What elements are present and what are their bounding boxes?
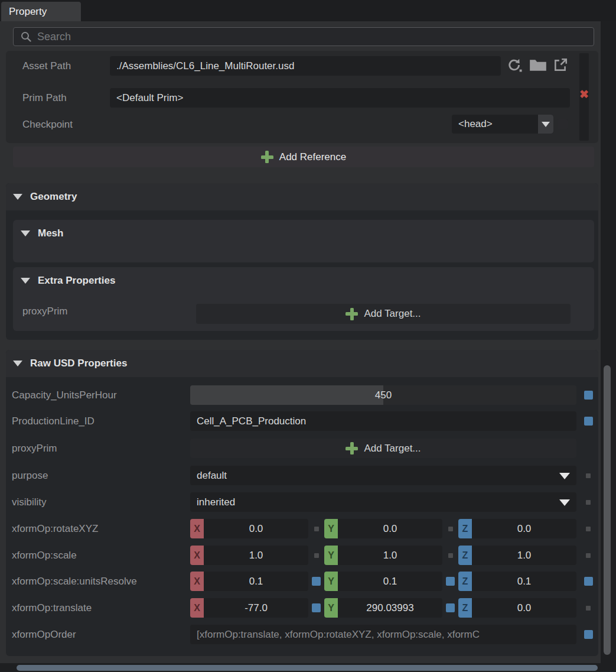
value-state-indicator xyxy=(448,527,453,531)
value-state-indicator[interactable] xyxy=(584,577,593,586)
rotate-xyz-fields: X 0.0 Y 0.0 Z 0.0 xyxy=(190,519,576,538)
vertical-scrollbar-handle[interactable] xyxy=(604,365,611,655)
open-file-icon[interactable] xyxy=(553,57,568,73)
asset-path-label: Asset Path xyxy=(22,56,71,76)
extra-properties-title: Extra Properties xyxy=(38,275,115,287)
prim-path-label: Prim Path xyxy=(22,88,67,108)
value-state-indicator[interactable] xyxy=(584,417,593,426)
value-state-indicator[interactable] xyxy=(446,577,455,586)
scale-x-field[interactable]: 1.0 xyxy=(204,546,308,565)
rotate-z-field[interactable]: 0.0 xyxy=(472,519,576,538)
collapse-triangle-icon[interactable] xyxy=(21,278,30,284)
geometry-section: Geometry Mesh Extra Properties proxyPrim… xyxy=(6,183,598,340)
units-resolve-x-field[interactable]: 0.1 xyxy=(204,572,308,591)
folder-icon[interactable] xyxy=(529,59,547,72)
purpose-dropdown[interactable]: default xyxy=(190,466,576,485)
property-row-visibility: visibility inherited xyxy=(12,492,592,512)
horizontal-scrollbar-track[interactable] xyxy=(0,663,616,672)
value-state-indicator[interactable] xyxy=(312,603,321,612)
tab-property[interactable]: Property xyxy=(1,2,81,21)
axis-x-badge: X xyxy=(190,598,204,618)
value-state-indicator xyxy=(448,553,453,558)
value-state-indicator[interactable] xyxy=(584,630,593,639)
value-state-indicator xyxy=(586,527,591,531)
geometry-title: Geometry xyxy=(30,191,77,203)
purpose-label: purpose xyxy=(12,466,48,485)
axis-y-badge: Y xyxy=(324,546,338,565)
xformoporder-field[interactable]: [xformOp:translate, xformOp:rotateXYZ, x… xyxy=(190,625,576,644)
capacity-label: Capacity_UnitsPerHour xyxy=(12,385,117,405)
units-resolve-xyz-fields: X 0.1 Y 0.1 Z 0.1 xyxy=(190,572,576,591)
chevron-down-icon[interactable] xyxy=(559,473,570,479)
extra-properties-header[interactable]: Extra Properties xyxy=(13,267,594,287)
chevron-down-icon[interactable] xyxy=(538,115,553,134)
units-resolve-z-field[interactable]: 0.1 xyxy=(472,572,576,591)
reference-panel: Asset Path ./Assemblies/CL6_Line_MultiRo… xyxy=(6,51,598,143)
vertical-scrollbar-track[interactable] xyxy=(601,21,616,663)
collapse-triangle-icon[interactable] xyxy=(13,194,22,200)
scale-xyz-fields: X 1.0 Y 1.0 Z 1.0 xyxy=(190,546,576,565)
axis-y-badge: Y xyxy=(324,519,338,538)
rotate-y-field[interactable]: 0.0 xyxy=(338,519,442,538)
translate-y-field[interactable]: 290.03993 xyxy=(338,598,442,618)
prim-path-value: <Default Prim> xyxy=(116,92,183,104)
rotate-x-field[interactable]: 0.0 xyxy=(204,519,308,538)
visibility-dropdown[interactable]: inherited xyxy=(190,492,576,512)
axis-z-badge: Z xyxy=(458,519,472,538)
add-target-label: Add Target... xyxy=(364,443,421,455)
add-target-button[interactable]: Add Target... xyxy=(190,439,576,458)
property-row-rotate: xformOp:rotateXYZ X 0.0 Y 0.0 Z 0.0 xyxy=(12,519,592,538)
mesh-header[interactable]: Mesh xyxy=(13,220,594,239)
search-input[interactable] xyxy=(37,31,586,43)
checkpoint-value: <head> xyxy=(458,118,493,130)
prim-path-field[interactable]: <Default Prim> xyxy=(110,88,570,108)
axis-x-badge: X xyxy=(190,519,204,538)
mesh-subsection: Mesh xyxy=(13,220,594,262)
checkpoint-dropdown[interactable]: <head> xyxy=(452,115,553,134)
property-row-capacity: Capacity_UnitsPerHour 450 xyxy=(12,385,592,405)
production-line-value: Cell_A_PCB_Production xyxy=(197,415,306,427)
add-target-button[interactable]: Add Target... xyxy=(196,304,571,324)
collapse-triangle-icon[interactable] xyxy=(13,361,22,366)
property-row-scale: xformOp:scale X 1.0 Y 1.0 Z 1.0 xyxy=(12,546,592,565)
chevron-down-icon[interactable] xyxy=(559,499,570,506)
translate-label: xformOp:translate xyxy=(12,598,92,618)
checkpoint-label: Checkpoint xyxy=(22,115,73,134)
translate-x-field[interactable]: -77.0 xyxy=(204,598,308,618)
units-resolve-y-field[interactable]: 0.1 xyxy=(338,572,442,591)
asset-path-field[interactable]: ./Assemblies/CL6_Line_MultiRouter.usd xyxy=(110,56,501,76)
raw-usd-section: Raw USD Properties Capacity_UnitsPerHour… xyxy=(6,350,598,656)
tab-property-label: Property xyxy=(9,6,47,18)
property-window: Property Asset Path ./Assemblies/CL6_Lin… xyxy=(0,0,616,672)
raw-usd-header[interactable]: Raw USD Properties xyxy=(6,350,598,377)
refresh-icon[interactable] xyxy=(507,57,522,73)
rotate-label: xformOp:rotateXYZ xyxy=(12,519,98,538)
scale-z-field[interactable]: 1.0 xyxy=(472,546,576,565)
collapse-triangle-icon[interactable] xyxy=(21,231,30,236)
geometry-header[interactable]: Geometry xyxy=(6,183,598,210)
capacity-drag-field[interactable]: 450 xyxy=(190,385,576,405)
horizontal-scrollbar-handle[interactable] xyxy=(17,665,598,671)
search-bar[interactable] xyxy=(13,27,594,46)
add-reference-button[interactable]: Add Reference xyxy=(13,147,594,167)
tab-bar: Property xyxy=(0,0,616,21)
scale-y-field[interactable]: 1.0 xyxy=(338,546,442,565)
raw-usd-title: Raw USD Properties xyxy=(30,358,127,369)
axis-z-badge: Z xyxy=(458,598,472,618)
scale-label: xformOp:scale xyxy=(12,546,77,565)
production-line-label: ProductionLine_ID xyxy=(12,411,94,431)
value-state-indicator[interactable] xyxy=(584,391,593,400)
value-state-indicator[interactable] xyxy=(312,577,321,586)
plus-icon xyxy=(346,442,358,455)
value-state-indicator xyxy=(586,606,591,611)
axis-z-badge: Z xyxy=(458,546,472,565)
value-state-indicator xyxy=(586,500,591,505)
value-state-indicator[interactable] xyxy=(446,603,455,612)
translate-z-field[interactable]: 0.0 xyxy=(472,598,576,618)
xformoporder-value: [xformOp:translate, xformOp:rotateXYZ, x… xyxy=(197,629,480,641)
remove-reference-button[interactable]: ✖ xyxy=(578,87,590,102)
add-reference-label: Add Reference xyxy=(279,151,346,163)
translate-xyz-fields: X -77.0 Y 290.03993 Z 0.0 xyxy=(190,598,576,618)
axis-x-badge: X xyxy=(190,546,204,565)
production-line-field[interactable]: Cell_A_PCB_Production xyxy=(190,411,576,431)
